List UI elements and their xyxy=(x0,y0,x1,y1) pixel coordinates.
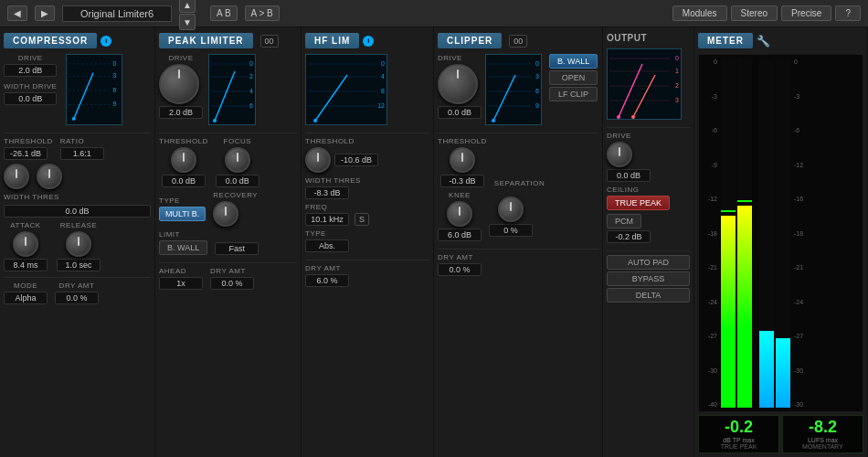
comp-release-knob[interactable] xyxy=(66,231,91,257)
svg-point-43 xyxy=(492,119,495,122)
pl-focus-knob[interactable] xyxy=(225,147,250,173)
clipper-mode-lfclip-button[interactable]: LF CLIP xyxy=(549,87,598,101)
clip-threshold-label: THRESHOLD xyxy=(438,137,487,145)
comp-attack-knob[interactable] xyxy=(13,231,38,257)
pl-recovery-knob[interactable] xyxy=(213,201,238,227)
compressor-io-icon[interactable]: i xyxy=(101,36,111,47)
clipper-title-row: CLIPPER 00 xyxy=(438,33,598,48)
main-area: COMPRESSOR i DRIVE 2.0 dB WIDTH DRIVE 0.… xyxy=(0,27,868,457)
hf-threshold-knob[interactable] xyxy=(305,147,331,173)
svg-text:0: 0 xyxy=(113,60,117,67)
pl-type-label: TYPE xyxy=(159,197,180,205)
svg-text:3: 3 xyxy=(535,73,539,80)
out-autopad-button[interactable]: AUTO PAD xyxy=(607,255,690,270)
readout-momentary-box: -8.2 LUFS max MOMENTARY xyxy=(782,415,863,453)
svg-point-32 xyxy=(313,119,317,122)
hf-threshold-value: -10.6 dB xyxy=(334,154,378,166)
pl-limit-bwall-button[interactable]: B. WALL xyxy=(159,240,207,255)
out-ceiling-label: CEILING xyxy=(607,186,640,194)
comp-vu-svg: 0 3 6 9 xyxy=(67,55,122,124)
pl-type-value[interactable]: MULTI B. xyxy=(159,207,206,221)
clip-threshold-knob[interactable] xyxy=(450,147,475,173)
meter-bar-lufs-right xyxy=(776,58,790,408)
back-button[interactable]: ◀ xyxy=(7,5,27,21)
svg-text:3: 3 xyxy=(675,97,679,103)
pl-limit-label: LIMIT xyxy=(159,230,180,239)
meter-bar-right-fill xyxy=(737,206,752,409)
out-delta-button[interactable]: DELTA xyxy=(607,288,690,303)
a-to-b-button[interactable]: A > B xyxy=(245,5,280,21)
pl-threshold-label: THRESHOLD xyxy=(159,137,208,145)
stereo-button[interactable]: Stereo xyxy=(731,5,778,21)
pl-threshold-knob[interactable] xyxy=(171,147,196,173)
meter-bar-lufs-right-fill xyxy=(776,338,790,408)
svg-text:0: 0 xyxy=(535,60,539,67)
help-button[interactable]: ? xyxy=(835,5,861,21)
output-title-row: OUTPUT xyxy=(607,33,690,43)
peak-limiter-title: PEAK LIMITER xyxy=(159,33,253,48)
clipper-badge: 00 xyxy=(509,35,527,48)
readout-truepeak-value: -0.2 xyxy=(725,419,753,437)
svg-rect-33 xyxy=(486,55,542,125)
pl-drive-knob[interactable] xyxy=(159,64,199,104)
clip-vu-display: 0 3 6 9 xyxy=(485,54,542,125)
clip-knee-knob[interactable] xyxy=(447,201,472,227)
out-drive-label: DRIVE xyxy=(607,132,631,140)
meter-peak-left xyxy=(721,210,736,212)
comp-ratio-knob[interactable] xyxy=(37,164,62,189)
out-bypass-button[interactable]: BYPASS xyxy=(607,271,690,286)
clip-separation-knob[interactable] xyxy=(498,197,524,222)
compressor-section: COMPRESSOR i DRIVE 2.0 dB WIDTH DRIVE 0.… xyxy=(0,27,155,457)
hf-lim-title: HF LIM xyxy=(305,33,359,48)
pl-dryamt-value: 0.0 % xyxy=(210,277,254,290)
hf-lim-section: HF LIM i 0 4 8 12 THRESHOLD xyxy=(302,27,434,457)
svg-point-10 xyxy=(72,117,76,121)
output-title: OUTPUT xyxy=(607,33,647,43)
svg-text:8: 8 xyxy=(381,88,385,94)
meter-title: METER xyxy=(698,33,753,48)
comp-withthres-value: 0.0 dB xyxy=(4,205,151,218)
clipper-mode-bwall-button[interactable]: B. WALL xyxy=(549,54,598,69)
comp-threshold-value: -26.1 dB xyxy=(4,147,48,160)
forward-button[interactable]: ▶ xyxy=(35,5,55,21)
svg-rect-22 xyxy=(306,55,387,125)
comp-dryamt-label: DRY AMT xyxy=(55,282,99,290)
meter-readout-row: -0.2 dB TP max TRUE PEAK -8.2 LUFS max M… xyxy=(698,415,863,453)
clipper-mode-group: B. WALL OPEN LF CLIP xyxy=(549,54,598,101)
meter-settings-icon[interactable]: 🔧 xyxy=(757,35,770,48)
hf-freq-label: FREQ xyxy=(305,203,327,211)
pl-recovery-label: RECOVERY xyxy=(213,191,258,199)
compressor-title: COMPRESSOR xyxy=(4,33,97,48)
out-truepeak-button[interactable]: TRUE PEAK xyxy=(607,196,670,210)
readout-truepeak-unit: dB TP max xyxy=(723,437,754,443)
out-drive-knob[interactable] xyxy=(607,142,632,167)
clip-drive-knob[interactable] xyxy=(438,64,478,104)
svg-text:4: 4 xyxy=(249,88,253,94)
modules-button[interactable]: Modules xyxy=(672,5,727,21)
hf-type-label: TYPE xyxy=(305,229,326,238)
readout-truepeak-box: -0.2 dB TP max TRUE PEAK xyxy=(698,415,779,453)
meter-bar-lufs-left xyxy=(759,58,774,408)
output-section: OUTPUT 0 1 2 3 xyxy=(603,27,694,457)
comp-threshold-knob[interactable] xyxy=(4,164,29,189)
hf-type-value: Abs. xyxy=(305,239,349,252)
peak-limiter-title-row: PEAK LIMITER 00 xyxy=(159,33,297,48)
meter-bar-lufs-left-fill xyxy=(759,331,774,408)
clip-knee-value: 6.0 dB xyxy=(438,228,482,241)
meter-gap xyxy=(754,58,757,408)
preset-up-button[interactable]: ▲ xyxy=(179,0,196,13)
hf-threshold-label: THRESHOLD xyxy=(305,137,355,145)
ab-button[interactable]: A B xyxy=(210,5,238,21)
svg-text:9: 9 xyxy=(535,102,539,109)
hf-lim-icon[interactable]: i xyxy=(363,36,374,47)
meter-bars-area: 0 -3 -6 -9 -12 -18 -21 -24 -27 -30 -40 xyxy=(698,54,863,412)
precise-button[interactable]: Precise xyxy=(781,5,831,21)
comp-attack-label: ATTACK xyxy=(10,221,40,229)
hf-lim-title-row: HF LIM i xyxy=(305,33,429,48)
clipper-mode-open-button[interactable]: OPEN xyxy=(549,70,598,85)
out-pcm-button[interactable]: PCM xyxy=(607,214,641,228)
meter-bar-left-fill xyxy=(721,216,736,408)
svg-text:3: 3 xyxy=(113,72,117,79)
right-buttons: Modules Stereo Precise ? xyxy=(672,5,861,21)
clip-knee-label: KNEE xyxy=(449,191,471,199)
